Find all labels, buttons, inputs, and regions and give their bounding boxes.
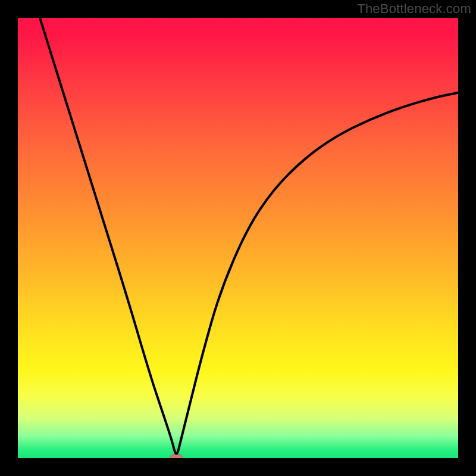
chart-frame: TheBottleneck.com bbox=[0, 0, 476, 476]
watermark-text: TheBottleneck.com bbox=[357, 1, 471, 17]
plot-area bbox=[18, 18, 458, 458]
curve-path bbox=[40, 18, 458, 454]
bottleneck-curve bbox=[18, 18, 458, 458]
